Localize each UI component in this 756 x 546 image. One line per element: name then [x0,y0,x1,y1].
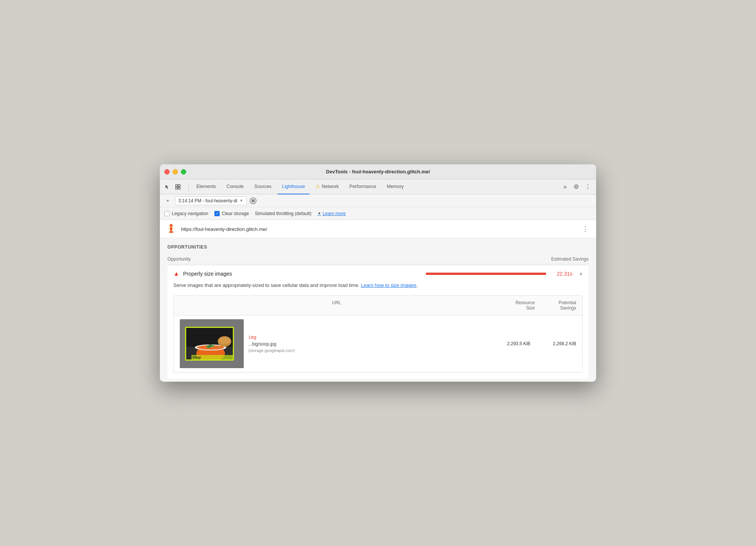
throttle-dropdown-arrow[interactable]: ▼ [317,211,321,215]
more-tabs-button[interactable]: » [560,184,570,190]
warning-triangle-icon: ▲ [173,270,179,277]
opportunities-table-header: Opportunity Estimated Savings [167,254,589,264]
tab-lighthouse[interactable]: Lighthouse [278,179,310,194]
opportunities-section: OPPORTUNITIES Opportunity Estimated Savi… [160,238,596,379]
tab-divider [188,183,189,191]
tab-elements[interactable]: Elements [192,179,220,194]
cursor-icon[interactable] [163,182,172,191]
resource-size: 2,293.5 KiB [489,341,530,346]
opportunity-description: Serve images that are appropriately-size… [173,282,583,289]
detail-col-resource: ResourceSize [493,300,535,311]
svg-rect-1 [178,185,180,187]
savings-value: 22.31s [550,271,572,277]
minimize-button[interactable] [173,169,178,174]
svg-rect-3 [178,187,180,189]
potential-savings: 2,268.2 KiB [535,341,576,346]
tab-performance[interactable]: Performance [345,179,381,194]
thumbnail-background: Soop [180,319,244,368]
legacy-nav-option[interactable]: Legacy navigation [164,211,208,216]
detail-table: URL ResourceSize PotentialSavings [173,295,583,373]
add-session-button[interactable]: + [164,197,172,205]
tab-console[interactable]: Console [222,179,248,194]
tab-memory[interactable]: Memory [382,179,408,194]
throttle-label: Simulated throttling (default) [255,211,311,216]
svg-point-20 [219,337,231,344]
more-options-icon[interactable]: ⋮ [583,183,593,190]
page-url: https://foul-heavenly-direction.glitch.m… [181,226,576,232]
detail-col-url: URL [180,300,493,311]
file-url: ...big/soop.jpg [248,341,484,347]
devtools-toolbar: + 3:14:14 PM - foul-heavenly-di ▼ [160,194,596,207]
close-button[interactable] [164,169,170,174]
inspect-icon[interactable] [173,182,182,191]
col-header-opportunity: Opportunity [167,256,536,262]
table-row: Soop img ...big/soop.jpg (storage.google… [174,315,582,372]
main-content: https://foul-heavenly-direction.glitch.m… [160,220,596,379]
svg-marker-8 [169,231,173,233]
session-url-display[interactable]: 3:14:14 PM - foul-heavenly-di ▼ [175,196,247,205]
savings-bar-container [426,273,546,275]
legacy-nav-checkbox[interactable] [164,211,170,216]
savings-bar [426,273,546,275]
svg-rect-7 [170,231,173,231]
opportunity-title: Properly size images [183,271,422,277]
thumbnail-inner: Soop [185,327,234,361]
svg-rect-2 [176,187,178,189]
col-header-savings: Estimated Savings [536,256,589,262]
opportunity-header[interactable]: ▲ Properly size images 22.31s ∧ [167,266,589,282]
clear-storage-option[interactable]: Clear storage [214,211,249,216]
url-menu-icon[interactable]: ⋮ [580,225,590,233]
maximize-button[interactable] [181,169,186,174]
warning-icon: ⚠ [316,184,320,189]
tabbar: Elements Console Sources Lighthouse ⚠ Ne… [160,179,596,194]
tab-network[interactable]: ⚠ Network [311,179,343,194]
image-thumbnail: Soop [180,319,244,368]
detail-table-header: URL ResourceSize PotentialSavings [174,296,582,315]
tab-sources[interactable]: Sources [250,179,276,194]
stop-button[interactable] [250,197,257,204]
learn-how-link[interactable]: Learn how to size images [361,282,416,288]
detail-url-info: img ...big/soop.jpg (storage.googleapis.… [248,335,484,353]
svg-marker-5 [169,224,173,226]
svg-point-18 [209,344,212,347]
thumbnail-label: Soop [191,355,234,359]
devtools-window: DevTools - foul-heavenly-direction.glitc… [160,164,596,382]
clear-storage-checkbox[interactable] [214,211,220,216]
svg-rect-0 [176,185,178,187]
session-url-text: 3:14:14 PM - foul-heavenly-di [178,198,237,203]
lighthouse-logo [166,224,176,234]
learn-more-link[interactable]: ▼ Learn more [317,211,346,216]
titlebar: DevTools - foul-heavenly-direction.glitc… [160,164,596,179]
opportunity-item-images: ▲ Properly size images 22.31s ∧ Serve im… [167,266,589,379]
element-tag: img [248,335,484,340]
window-title: DevTools - foul-heavenly-direction.glitc… [326,169,430,174]
url-bar-section: https://foul-heavenly-direction.glitch.m… [160,220,596,238]
file-source: (storage.googleapis.com) [248,348,484,353]
session-dropdown-arrow[interactable]: ▼ [240,199,243,203]
opportunities-title: OPPORTUNITIES [167,244,589,250]
traffic-lights [164,169,186,174]
opportunity-detail: Serve images that are appropriately-size… [167,282,589,379]
collapse-icon[interactable]: ∧ [579,271,583,276]
devtools-icons [163,182,182,191]
lighthouse-options: Legacy navigation Clear storage Simulate… [160,207,596,220]
settings-icon[interactable]: ⚙ [571,183,581,190]
detail-col-savings: PotentialSavings [535,300,576,311]
